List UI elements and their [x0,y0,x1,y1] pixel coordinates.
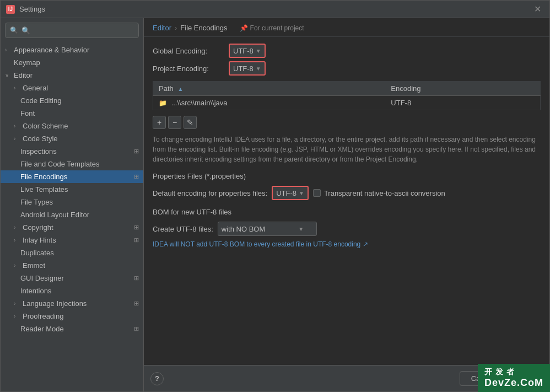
main-layout: 🔍 › Appearance & Behavior Keymap ∨ Edito… [1,18,549,391]
sidebar: 🔍 › Appearance & Behavior Keymap ∨ Edito… [1,18,144,391]
sidebar-item-proofreading[interactable]: › Proofreading [1,310,143,323]
breadcrumb-sep: › [175,24,177,32]
badge-icon: ⊞ [134,275,139,282]
sidebar-item-appearance[interactable]: › Appearance & Behavior [1,44,143,56]
bom-note: IDEA will NOT add UTF-8 BOM to every cre… [153,240,541,248]
sidebar-item-label: Appearance & Behavior [14,46,89,54]
sidebar-item-label: Keymap [14,58,40,67]
search-input[interactable] [21,26,134,35]
sidebar-item-inlay-hints[interactable]: › Inlay Hints ⊞ [1,234,143,246]
path-header-label: Path [159,84,174,93]
sidebar-item-label: Editor [14,71,33,79]
global-encoding-select[interactable]: UTF-8 ▼ [229,44,266,58]
chevron-down-icon: ▼ [298,226,304,232]
sidebar-item-label: Inspections [20,147,57,155]
utf8-bom-link[interactable]: UTF-8 BOM [209,240,245,248]
chevron-down-icon: ▼ [256,66,261,72]
fcp-icon: 📌 [240,24,248,32]
arrow-icon: ∨ [5,72,12,78]
close-button[interactable]: ✕ [531,3,544,16]
sidebar-item-label: Proofreading [23,312,63,320]
sidebar-item-file-types[interactable]: File Types [1,196,143,208]
sidebar-item-label: File Encodings [20,173,67,181]
sidebar-item-label: Copyright [23,223,53,232]
breadcrumb-parent[interactable]: Editor [153,24,171,32]
create-utf8-select[interactable]: with NO BOM ▼ [218,222,317,236]
sidebar-item-font[interactable]: Font [1,107,143,120]
sidebar-item-color-scheme[interactable]: › Color Scheme [1,120,143,132]
sidebar-item-keymap[interactable]: Keymap [1,56,143,69]
properties-encoding-value: UTF-8 [276,189,296,197]
sidebar-item-android-layout[interactable]: Android Layout Editor [1,208,143,221]
global-encoding-label: Global Encoding: [153,47,224,55]
app-icon: IJ [6,5,15,14]
arrow-icon: › [14,136,20,142]
sidebar-item-copyright[interactable]: › Copyright ⊞ [1,221,143,234]
bom-section: BOM for new UTF-8 files Create UTF-8 fil… [153,208,541,248]
table-toolbar: + − ✎ [153,116,541,129]
sidebar-item-language-injections[interactable]: › Language Injections ⊞ [1,297,143,310]
search-box[interactable]: 🔍 [5,23,139,38]
properties-encoding-select[interactable]: UTF-8 ▼ [272,186,309,200]
sidebar-item-label: Android Layout Editor [20,211,89,219]
sidebar-item-code-style[interactable]: › Code Style [1,132,143,145]
ok-button[interactable]: OK [509,371,543,386]
sidebar-tree: › Appearance & Behavior Keymap ∨ Editor … [1,42,143,391]
badge-icon: ⊞ [134,237,139,244]
table-cell-encoding: UTF-8 [385,96,540,110]
path-table: Path ▲ Encoding 📁 ...\\src\ [153,81,541,110]
edit-path-button[interactable]: ✎ [184,116,197,129]
sidebar-item-label: Language Injections [23,299,87,308]
sidebar-item-inspections[interactable]: Inspections ⊞ [1,145,143,158]
path-column-header[interactable]: Path ▲ [153,82,386,96]
sidebar-item-label: Code Style [23,135,58,143]
encoding-header-label: Encoding [391,84,420,93]
table-row[interactable]: 📁 ...\\src\\main\\java UTF-8 [153,96,541,110]
title-bar-left: IJ Settings [6,5,45,14]
sidebar-item-label: File and Code Templates [20,160,100,168]
global-encoding-row: Global Encoding: UTF-8 ▼ [153,44,541,58]
info-text: To change encoding IntelliJ IDEA uses fo… [153,135,541,164]
main-content: Editor › File Encodings 📌 For current pr… [144,18,549,391]
sidebar-item-gui-designer[interactable]: GUI Designer ⊞ [1,272,143,284]
transparent-label: Transparent native-to-ascii conversion [324,189,445,197]
arrow-icon: › [14,262,20,269]
transparent-checkbox[interactable] [313,189,321,197]
help-button[interactable]: ? [150,372,164,385]
sidebar-item-label: Intentions [20,287,51,295]
sidebar-item-file-code-templates[interactable]: File and Code Templates [1,158,143,170]
encoding-column-header[interactable]: Encoding [385,82,540,96]
badge-icon: ⊞ [134,300,139,307]
badge-icon: ⊞ [134,173,139,180]
sidebar-item-editor[interactable]: ∨ Editor [1,69,143,82]
sidebar-item-emmet[interactable]: › Emmet [1,259,143,272]
arrow-icon: › [14,224,20,230]
cancel-button[interactable]: Cancel [460,371,505,386]
arrow-icon: › [14,313,20,319]
remove-path-button[interactable]: − [168,116,181,129]
title-bar: IJ Settings ✕ [1,1,549,18]
transparent-checkbox-wrap: Transparent native-to-ascii conversion [313,189,445,197]
settings-panel: Global Encoding: UTF-8 ▼ Project Encodin… [144,37,549,365]
settings-window: IJ Settings ✕ 🔍 › Appearance & Behavior … [0,0,550,392]
create-utf8-row: Create UTF-8 files: with NO BOM ▼ [153,222,541,236]
project-encoding-value: UTF-8 [233,65,254,73]
default-encoding-label: Default encoding for properties files: [153,189,267,197]
encoding-value: UTF-8 [391,99,411,107]
breadcrumb: Editor › File Encodings 📌 For current pr… [144,18,549,37]
sidebar-item-label: Font [20,109,35,117]
bottom-right: Cancel OK [460,371,543,386]
sidebar-item-general[interactable]: › General [1,82,143,94]
add-path-button[interactable]: + [153,116,166,129]
sidebar-item-intentions[interactable]: Intentions [1,284,143,297]
sidebar-item-duplicates[interactable]: Duplicates [1,246,143,259]
window-title: Settings [19,5,45,13]
project-encoding-select[interactable]: UTF-8 ▼ [229,61,266,76]
sidebar-item-label: Code Editing [20,96,61,105]
sidebar-item-reader-mode[interactable]: Reader Mode ⊞ [1,323,143,335]
sidebar-item-code-editing[interactable]: Code Editing [1,94,143,107]
arrow-icon: › [14,85,20,91]
breadcrumb-current: File Encodings [180,24,227,32]
sidebar-item-live-templates[interactable]: Live Templates [1,183,143,196]
sidebar-item-file-encodings[interactable]: File Encodings ⊞ [1,170,143,183]
